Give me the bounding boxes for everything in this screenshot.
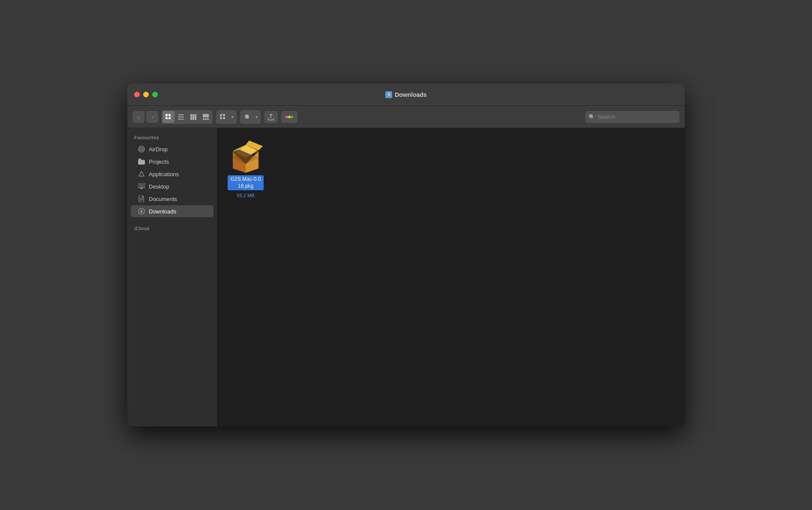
- finder-window: ⬇ Downloads ‹ ›: [127, 84, 685, 426]
- documents-icon: [138, 195, 145, 203]
- back-button[interactable]: ‹: [132, 111, 144, 123]
- svg-rect-30: [141, 188, 142, 189]
- column-view-button[interactable]: [187, 111, 199, 123]
- svg-rect-0: [165, 114, 168, 116]
- toolbar: ‹ ›: [127, 106, 685, 128]
- file-grid: G2S.Mac-0.016.pkg 55.2 MB: [224, 135, 678, 201]
- svg-point-26: [141, 176, 142, 177]
- svg-rect-28: [139, 184, 144, 187]
- group-dropdown-button[interactable]: ▾: [229, 111, 236, 123]
- sidebar-item-downloads[interactable]: Downloads: [131, 205, 214, 217]
- svg-rect-2: [165, 117, 168, 119]
- svg-rect-3: [168, 117, 171, 119]
- svg-rect-14: [220, 114, 222, 116]
- svg-rect-10: [203, 114, 209, 117]
- search-bar[interactable]: 🔍: [585, 111, 680, 123]
- tag-button[interactable]: [281, 111, 298, 123]
- icloud-section-label: iCloud: [127, 224, 217, 234]
- svg-rect-9: [195, 114, 196, 120]
- downloads-icon: [138, 207, 145, 215]
- svg-rect-16: [220, 117, 222, 119]
- desktop-icon: [138, 183, 145, 190]
- sidebar-item-projects[interactable]: Projects: [131, 156, 214, 168]
- sidebar-item-airdrop-label: AirDrop: [149, 146, 168, 153]
- traffic-lights: [134, 92, 158, 97]
- svg-point-18: [286, 116, 288, 118]
- downloads-folder-icon: ⬇: [385, 91, 392, 98]
- search-icon: 🔍: [589, 114, 595, 120]
- sidebar-item-projects-label: Projects: [149, 159, 169, 165]
- projects-icon: [138, 158, 145, 165]
- pkg-file-icon: [229, 138, 263, 173]
- svg-rect-5: [178, 117, 184, 117]
- file-item-g2s-pkg[interactable]: G2S.Mac-0.016.pkg 55.2 MB: [224, 135, 267, 201]
- svg-rect-25: [138, 159, 141, 160]
- svg-point-19: [288, 116, 291, 118]
- sidebar-item-documents-label: Documents: [149, 196, 177, 202]
- main-content: G2S.Mac-0.016.pkg 55.2 MB: [217, 128, 685, 426]
- sidebar-item-downloads-label: Downloads: [149, 208, 176, 215]
- applications-icon: [138, 170, 145, 178]
- settings-dropdown-button[interactable]: ▾: [253, 111, 260, 123]
- group-view-button-group: ▾: [216, 110, 237, 124]
- titlebar: ⬇ Downloads: [127, 84, 685, 106]
- favourites-section-label: Favourites: [127, 133, 217, 143]
- file-name-g2s-pkg: G2S.Mac-0.016.pkg: [228, 175, 264, 190]
- svg-rect-7: [190, 114, 192, 120]
- svg-rect-6: [178, 119, 184, 120]
- share-button[interactable]: [264, 111, 278, 123]
- svg-rect-4: [178, 114, 184, 115]
- sidebar: Favourites AirDrop: [127, 128, 217, 426]
- navigation-buttons: ‹ ›: [132, 111, 158, 123]
- svg-rect-11: [203, 118, 205, 120]
- sidebar-item-applications[interactable]: Applications: [131, 168, 214, 180]
- svg-rect-17: [223, 117, 225, 119]
- file-size-g2s-pkg: 55.2 MB: [237, 193, 255, 198]
- icon-view-button[interactable]: [162, 111, 174, 123]
- svg-point-20: [291, 116, 293, 118]
- gallery-view-button[interactable]: [200, 111, 212, 123]
- search-input[interactable]: [598, 114, 676, 120]
- view-mode-group: [162, 110, 213, 124]
- minimize-button[interactable]: [143, 92, 149, 97]
- svg-rect-24: [138, 160, 145, 165]
- content-area: Favourites AirDrop: [127, 128, 685, 426]
- svg-rect-15: [223, 114, 225, 116]
- svg-rect-1: [168, 114, 171, 116]
- sidebar-item-desktop-label: Desktop: [149, 183, 169, 190]
- sidebar-item-documents[interactable]: Documents: [131, 193, 214, 205]
- sidebar-item-desktop[interactable]: Desktop: [131, 180, 214, 192]
- svg-rect-13: [207, 118, 209, 120]
- window-title: ⬇ Downloads: [385, 91, 427, 98]
- airdrop-icon: [138, 145, 145, 153]
- forward-button[interactable]: ›: [146, 111, 158, 123]
- sidebar-item-applications-label: Applications: [149, 171, 179, 177]
- settings-button[interactable]: [241, 111, 253, 123]
- settings-button-group: ▾: [240, 110, 261, 124]
- svg-point-23: [141, 149, 142, 150]
- svg-rect-12: [205, 118, 207, 120]
- svg-rect-8: [192, 114, 194, 120]
- maximize-button[interactable]: [152, 92, 158, 97]
- list-view-button[interactable]: [175, 111, 187, 123]
- sidebar-item-airdrop[interactable]: AirDrop: [131, 143, 214, 155]
- group-view-button[interactable]: [217, 111, 229, 123]
- close-button[interactable]: [134, 92, 140, 97]
